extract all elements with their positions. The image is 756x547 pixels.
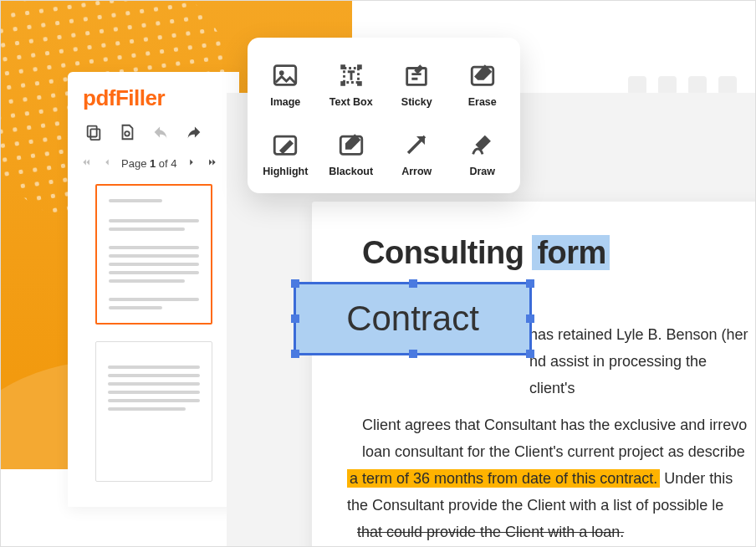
resize-handle[interactable] — [526, 350, 534, 358]
redo-icon[interactable] — [185, 123, 203, 145]
draw-tool[interactable]: Draw — [450, 119, 516, 188]
document-page[interactable]: Consulting form has retained Lyle B. Ben… — [312, 202, 756, 547]
copy-icon[interactable] — [84, 123, 103, 145]
svg-rect-0 — [88, 126, 97, 137]
resize-handle[interactable] — [291, 350, 299, 358]
arrow-tool[interactable]: Arrow — [384, 119, 450, 188]
svg-point-2 — [125, 131, 130, 136]
last-page-icon[interactable] — [206, 156, 217, 171]
page-settings-icon[interactable] — [118, 123, 136, 145]
sidebar: pdfFiller Page 1 of 4 — [68, 72, 239, 507]
highlighted-text: a term of 36 months from date of this co… — [347, 469, 660, 488]
image-tool[interactable]: Image — [253, 49, 319, 119]
document-title: Consulting form — [362, 235, 753, 271]
text-box-content[interactable]: Contract — [346, 299, 479, 339]
window-buttons — [628, 76, 737, 95]
highlight-tool[interactable]: Highlight — [253, 119, 319, 188]
prev-page-icon[interactable] — [101, 156, 113, 171]
svg-point-4 — [279, 70, 284, 75]
page-thumbnail-1[interactable] — [95, 184, 212, 325]
first-page-icon[interactable] — [81, 156, 93, 171]
textbox-tool[interactable]: Text Box — [319, 49, 385, 119]
svg-rect-7 — [357, 64, 362, 69]
sticky-tool[interactable]: Sticky — [384, 49, 450, 119]
next-page-icon[interactable] — [186, 156, 197, 171]
svg-rect-8 — [340, 81, 345, 86]
resize-handle[interactable] — [526, 279, 534, 288]
app-logo: pdfFiller — [83, 85, 226, 111]
erase-tool[interactable]: Erase — [450, 49, 516, 119]
pager: Page 1 of 4 — [81, 156, 226, 171]
resize-handle[interactable] — [526, 314, 534, 323]
annotation-toolbar: Image Text Box Sticky Erase Highlight Bl… — [248, 38, 520, 193]
undo-icon[interactable] — [151, 123, 170, 145]
resize-handle[interactable] — [409, 279, 417, 288]
svg-rect-1 — [90, 129, 100, 140]
resize-handle[interactable] — [291, 279, 299, 288]
text-box-selection[interactable]: Contract — [294, 282, 532, 355]
resize-handle[interactable] — [409, 350, 417, 358]
strikethrough-text: that could provide the Client with a loa… — [357, 524, 624, 540]
svg-rect-6 — [340, 64, 345, 69]
page-thumbnail-2[interactable] — [95, 341, 212, 482]
blackout-tool[interactable]: Blackout — [319, 119, 385, 188]
resize-handle[interactable] — [291, 314, 299, 323]
svg-rect-9 — [357, 81, 362, 86]
pager-text: Page 1 of 4 — [121, 157, 177, 170]
